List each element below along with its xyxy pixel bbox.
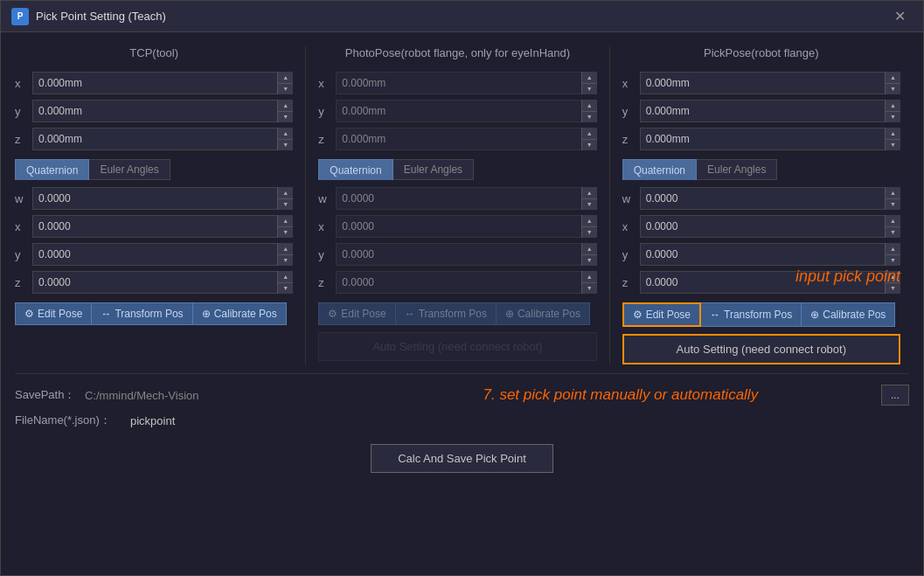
pick-edit-pose-button[interactable]: Edit Pose xyxy=(622,302,701,327)
photo-qx-input[interactable] xyxy=(336,215,596,238)
pick-auto-setting-button[interactable]: Auto Setting (need connect robot) xyxy=(622,334,900,364)
photo-y-input[interactable] xyxy=(336,100,596,122)
photo-tab-quaternion[interactable]: Quaternion xyxy=(318,159,393,180)
photo-qz-down[interactable]: ▼ xyxy=(582,283,597,295)
pick-w-down[interactable]: ▼ xyxy=(886,199,900,211)
photo-qx-down[interactable]: ▼ xyxy=(582,227,597,239)
tcp-w-down[interactable]: ▼ xyxy=(278,199,293,211)
tcp-qy-label: y xyxy=(15,248,27,261)
pick-x-row: x ▲ ▼ xyxy=(622,72,900,94)
photo-qz-up[interactable]: ▲ xyxy=(582,271,597,283)
photo-qx-label: x xyxy=(318,220,330,233)
calc-save-button[interactable]: Calc And Save Pick Point xyxy=(371,444,553,473)
tcp-qx-input[interactable] xyxy=(32,215,293,238)
photo-w-up[interactable]: ▲ xyxy=(582,187,597,199)
pick-x-input[interactable] xyxy=(640,72,900,94)
pick-qy-up[interactable]: ▲ xyxy=(886,243,900,255)
tcp-column: TCP(tool) x ▲ ▼ y xyxy=(15,46,302,364)
pick-y-input[interactable] xyxy=(640,100,900,122)
photo-qy-down[interactable]: ▼ xyxy=(582,255,597,267)
pick-qx-up[interactable]: ▲ xyxy=(886,215,900,227)
pick-z-label: z xyxy=(622,133,635,146)
photo-calibrate-button[interactable]: Calibrate Pos xyxy=(497,302,590,325)
pick-w-up[interactable]: ▲ xyxy=(886,187,900,199)
photo-transform-label: Transform Pos xyxy=(419,308,487,320)
photo-transform-button[interactable]: Transform Pos xyxy=(396,302,497,325)
tcp-qy-up[interactable]: ▲ xyxy=(278,243,293,255)
tcp-calibrate-button[interactable]: Calibrate Pos xyxy=(193,302,287,325)
photo-qz-label: z xyxy=(318,276,330,289)
pick-z-up[interactable]: ▲ xyxy=(886,128,900,140)
tcp-x-input[interactable] xyxy=(32,72,293,94)
tcp-qx-up[interactable]: ▲ xyxy=(278,215,293,227)
pick-y-down[interactable]: ▼ xyxy=(886,112,900,123)
pick-qx-down[interactable]: ▼ xyxy=(886,227,900,239)
tcp-y-input[interactable] xyxy=(32,100,293,122)
tcp-qz-up[interactable]: ▲ xyxy=(278,271,293,283)
photo-w-down[interactable]: ▼ xyxy=(582,199,597,211)
main-content: TCP(tool) x ▲ ▼ y xyxy=(1,32,923,575)
tcp-y-up[interactable]: ▲ xyxy=(278,100,293,112)
photo-edit-pose-button[interactable]: Edit Pose xyxy=(318,302,395,325)
photo-qx-up[interactable]: ▲ xyxy=(582,215,597,227)
photo-x-up[interactable]: ▲ xyxy=(582,72,597,84)
tcp-x-down[interactable]: ▼ xyxy=(278,84,293,95)
pick-qx-input[interactable] xyxy=(640,215,900,238)
photo-w-input[interactable] xyxy=(336,187,596,210)
tcp-y-down[interactable]: ▼ xyxy=(278,112,293,123)
pick-w-input-wrap: ▲ ▼ xyxy=(640,187,900,210)
pick-x-down[interactable]: ▼ xyxy=(886,84,900,95)
photo-y-down[interactable]: ▼ xyxy=(582,112,597,123)
tcp-qx-down[interactable]: ▼ xyxy=(278,227,293,239)
pick-transform-button[interactable]: Transform Pos xyxy=(701,302,802,327)
tcp-z-down[interactable]: ▼ xyxy=(278,140,293,151)
tcp-qy-down[interactable]: ▼ xyxy=(278,255,293,267)
photo-y-up[interactable]: ▲ xyxy=(582,100,597,112)
pick-calibrate-button[interactable]: Calibrate Pos xyxy=(802,302,895,327)
pick-y-up[interactable]: ▲ xyxy=(886,100,900,112)
pick-tab-quaternion[interactable]: Quaternion xyxy=(622,159,697,180)
tcp-tab-euler[interactable]: Euler Angles xyxy=(89,159,170,180)
pick-tab-euler[interactable]: Euler Angles xyxy=(697,159,777,180)
photo-z-input[interactable] xyxy=(336,128,596,150)
pick-qx-input-wrap: ▲ ▼ xyxy=(640,215,900,238)
pick-qy-input[interactable] xyxy=(640,243,900,266)
pick-x-label: x xyxy=(622,77,635,90)
photo-z-up[interactable]: ▲ xyxy=(582,128,597,140)
pick-z-down[interactable]: ▼ xyxy=(886,140,900,151)
tcp-transform-button[interactable]: Transform Pos xyxy=(92,302,192,325)
photo-tab-euler[interactable]: Euler Angles xyxy=(393,159,474,180)
photo-qy-input[interactable] xyxy=(336,243,596,266)
pick-qy-down[interactable]: ▼ xyxy=(886,255,900,267)
photo-x-down[interactable]: ▼ xyxy=(582,84,597,95)
photo-qz-input[interactable] xyxy=(336,271,596,294)
tcp-qz-input[interactable] xyxy=(32,271,293,294)
tcp-w-up[interactable]: ▲ xyxy=(278,187,293,199)
tcp-tab-quaternion[interactable]: Quaternion xyxy=(15,159,89,180)
photo-auto-setting-button[interactable]: Auto Setting (need connect robot) xyxy=(318,332,596,361)
transform-icon-3 xyxy=(710,309,720,321)
tcp-x-up[interactable]: ▲ xyxy=(278,72,293,84)
tcp-y-row: y ▲ ▼ xyxy=(15,100,293,122)
close-button[interactable]: ✕ xyxy=(887,4,913,28)
tcp-z-up[interactable]: ▲ xyxy=(278,128,293,140)
photo-z-down[interactable]: ▼ xyxy=(582,140,597,151)
tcp-qx-row: x ▲ ▼ xyxy=(15,215,293,238)
pick-x-up[interactable]: ▲ xyxy=(886,72,900,84)
tcp-qz-down[interactable]: ▼ xyxy=(278,283,293,295)
tcp-qy-input[interactable] xyxy=(32,243,293,266)
pick-w-input[interactable] xyxy=(640,187,900,210)
tcp-qz-label: z xyxy=(15,276,27,289)
photo-qy-up[interactable]: ▲ xyxy=(582,243,597,255)
pick-z-input[interactable] xyxy=(640,128,900,150)
browse-button[interactable]: ... xyxy=(881,385,909,406)
tcp-z-input[interactable] xyxy=(32,128,293,150)
pick-w-spin: ▲ ▼ xyxy=(885,187,900,210)
tcp-w-input[interactable] xyxy=(32,187,293,210)
pick-w-row: w ▲ ▼ xyxy=(622,187,900,210)
pick-action-btns: Edit Pose Transform Pos Calibrate Pos xyxy=(622,302,900,327)
pick-z-spin: ▲ ▼ xyxy=(885,128,900,150)
photo-x-input[interactable] xyxy=(336,72,596,94)
tcp-z-label: z xyxy=(15,133,27,146)
tcp-edit-pose-button[interactable]: Edit Pose xyxy=(15,302,92,325)
